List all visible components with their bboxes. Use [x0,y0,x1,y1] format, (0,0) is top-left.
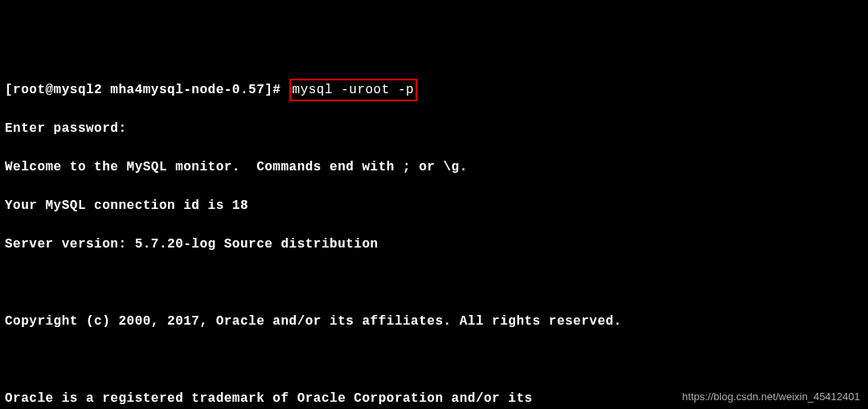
shell-command[interactable]: mysql -uroot -p [293,83,415,97]
watermark: https://blog.csdn.net/weixin_45412401 [682,389,860,405]
enter-password: Enter password: [5,119,863,138]
highlight-command-box: mysql -uroot -p [289,79,418,101]
welcome-line: Welcome to the MySQL monitor. Commands e… [5,157,863,177]
server-version: Server version: 5.7.20-log Source distri… [5,235,863,254]
shell-prompt-line: [root@mysql2 mha4mysql-node-0.57]# mysql… [5,80,863,100]
blank-line [5,273,863,292]
copyright: Copyright (c) 2000, 2017, Oracle and/or … [5,312,863,331]
shell-prompt[interactable]: [root@mysql2 mha4mysql-node-0.57]# [5,83,289,97]
connection-id: Your MySQL connection id is 18 [5,196,863,215]
blank-line [5,350,863,370]
